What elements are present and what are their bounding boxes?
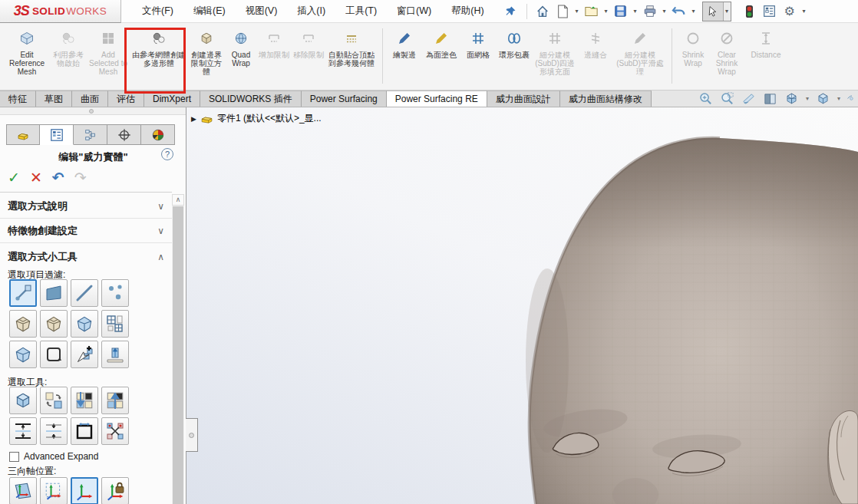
scroll-up-arrow[interactable]: ∧ [172,194,184,206]
scrollbar-thumb[interactable] [173,206,183,504]
section-feature-create-settings[interactable]: 特徵物創建設定 ∨ [0,219,172,243]
tab-power-surfacing[interactable]: Power Surfacing [302,91,387,107]
filter-loop-button[interactable] [40,341,68,368]
panel-tab-displaymanager[interactable] [141,124,175,145]
panel-splitter-handle[interactable] [186,418,198,452]
menu-window[interactable]: 窗口(W) [387,0,441,23]
tool-scatter-selection-button[interactable] [101,417,129,445]
ribbon-create-bounding-cube[interactable]: 創建邊界限制立方體 [189,25,224,88]
panel-tab-configurationmanager[interactable] [74,124,107,145]
filter-open-body-button[interactable] [9,310,37,338]
ribbon-face-mesh[interactable]: 面網格 [461,25,495,88]
tab-power-surfacing-re[interactable]: Power Surfacing RE [387,91,487,107]
view-orientation-icon[interactable] [784,91,799,106]
save-button[interactable] [612,2,630,21]
open-dropdown[interactable]: ▾ [602,8,610,15]
section-selection-help[interactable]: 選取方式說明 ∨ [0,194,172,219]
undo-button-panel[interactable]: ↶ [52,169,64,186]
filter-edges-button[interactable] [71,279,98,307]
undo-button[interactable] [670,2,688,21]
new-document-dropdown[interactable]: ▾ [573,8,581,15]
menu-file[interactable]: 文件(F) [132,0,183,23]
triad-locked-button[interactable] [101,477,129,504]
section-selection-widgets[interactable]: 選取方式小工具 ∧ [0,245,172,269]
menu-edit[interactable]: 编辑(E) [183,0,236,23]
filter-add-to-selection-button[interactable] [71,341,98,368]
tool-expand-rows-button[interactable] [9,417,37,445]
select-tool-button[interactable]: ▾ [702,2,731,21]
hide-show-items-icon[interactable] [847,91,856,106]
view-orientation-dropdown[interactable]: ▾ [806,95,809,102]
triad-default-button[interactable] [71,477,98,504]
panel-tab-propertymanager[interactable] [40,124,74,145]
filter-patch-grid-button[interactable] [101,310,129,338]
triad-free-button[interactable] [40,477,68,504]
panel-tab-dimxpertmanager[interactable] [107,124,141,145]
ribbon-create-polybody-from-reference-mesh[interactable]: 由參考網體創建多邊形體 [130,25,187,88]
filter-vertices-button[interactable] [101,279,129,307]
tree-expand-icon[interactable]: ▶ [191,115,196,123]
new-document-button[interactable] [553,2,572,21]
tab-sketch[interactable]: 草图 [36,91,72,107]
cancel-button[interactable]: ✕ [30,169,42,186]
filter-body-button[interactable] [9,341,37,368]
ribbon-paint-faces[interactable]: 為面塗色 [423,25,460,88]
ribbon-edit-reference-mesh[interactable]: Edit Reference Mesh [5,25,49,88]
menu-insert[interactable]: 插入(I) [287,0,335,23]
tab-evaluate[interactable]: 评估 [108,91,144,107]
tool-grow-selection-up-button[interactable] [101,387,129,414]
menu-tools[interactable]: 工具(T) [335,0,387,23]
head-model[interactable] [186,107,858,504]
tool-loop-boundary-button[interactable] [71,417,98,445]
options-dropdown[interactable]: ▾ [800,8,808,15]
open-button[interactable] [582,2,601,21]
ribbon-auto-snap-vertices[interactable]: 自動貼合頂點到參考幾何體 [327,25,376,88]
graphics-viewport[interactable]: ▶ 零件1 (默认<<默认>_显... [186,107,858,504]
display-style-icon[interactable] [816,91,830,106]
quick-access-toolbar: ▾ ▾ ▾ ▾ ▾ ▾ ⚙ ▾ [502,2,808,21]
home-button[interactable] [533,2,552,21]
menu-help[interactable]: 帮助(H) [441,0,493,23]
tool-grow-selection-down-button[interactable] [71,387,98,414]
feature-tree-flyout[interactable]: ▶ 零件1 (默认<<默认>_显... [191,112,322,125]
filter-all-entities-button[interactable] [9,279,37,307]
ribbon-quad-wrap[interactable]: Quad Wrap [226,25,256,88]
tool-swap-selection-button[interactable] [40,387,68,414]
zoom-to-area-icon[interactable] [720,91,734,106]
print-dropdown[interactable]: ▾ [661,8,668,15]
filter-closed-body-button[interactable] [71,310,98,338]
undo-dropdown[interactable]: ▾ [690,8,698,15]
panel-resize-grip[interactable] [0,107,186,115]
select-tool-dropdown[interactable]: ▾ [723,2,731,21]
ok-button[interactable]: ✓ [8,169,20,186]
panel-scrollbar[interactable]: ∧ [172,194,184,504]
tab-surfaces[interactable]: 曲面 [72,91,108,107]
section-view-icon[interactable] [741,91,756,106]
display-style-dropdown[interactable]: ▾ [837,95,840,102]
zoom-to-fit-icon[interactable] [698,91,713,106]
tool-solid-cube-button[interactable] [9,387,37,414]
ribbon-ring-wrap[interactable]: 環形包裹 [497,25,532,88]
filter-faces-button[interactable] [40,279,68,307]
tab-dimxpert[interactable]: DimXpert [144,91,200,107]
options-gear-icon[interactable]: ⚙ [780,2,799,21]
task-list-icon[interactable] [761,2,779,21]
tab-solidworks-addins[interactable]: SOLIDWORKS 插件 [200,91,302,107]
tool-shrink-rows-button[interactable] [40,417,68,445]
filter-open-body-alt-button[interactable] [40,310,68,338]
triad-on-plane-button[interactable] [9,477,37,504]
filter-extend-up-button[interactable] [101,341,129,368]
tab-power-surface-structure-edit[interactable]: 威力曲面結構修改 [560,91,652,107]
print-button[interactable] [641,2,659,21]
panel-tab-featuremanager[interactable] [6,124,40,145]
save-dropdown[interactable]: ▾ [632,8,639,15]
tab-features[interactable]: 特征 [0,91,36,107]
rebuild-traffic-light-icon[interactable] [741,2,759,21]
ribbon-draw-edges[interactable]: 繪製邊 [388,25,421,88]
tab-power-surface-design[interactable]: 威力曲面設計 [487,91,560,107]
advanced-expand-checkbox[interactable] [9,452,19,462]
help-icon[interactable]: ? [161,148,173,160]
pin-menu-icon[interactable] [502,2,520,21]
section-cut-icon[interactable] [763,91,777,106]
menu-view[interactable]: 视图(V) [236,0,288,23]
